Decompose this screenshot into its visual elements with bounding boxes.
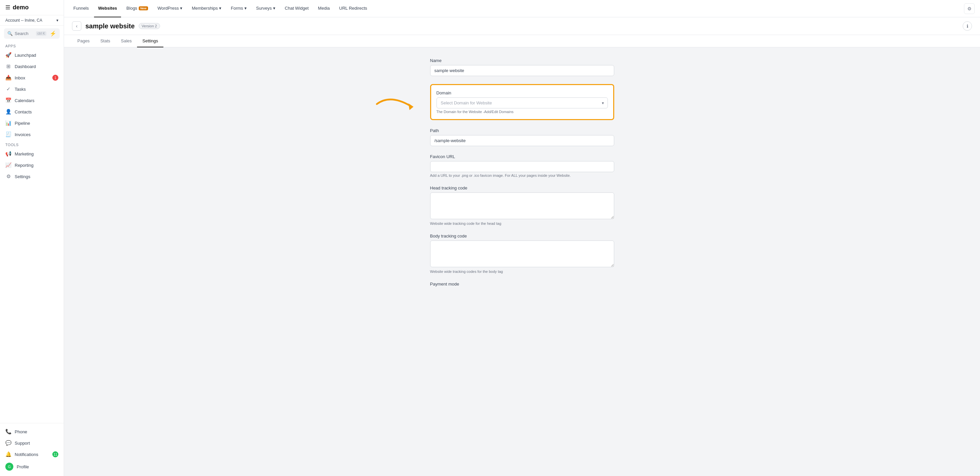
sidebar-item-marketing[interactable]: 📢 Marketing xyxy=(0,148,64,159)
sidebar-item-pipeline[interactable]: 📊 Pipeline xyxy=(0,118,64,129)
profile-icon: G xyxy=(5,463,13,471)
invoices-icon: 🧾 xyxy=(5,131,11,137)
sidebar-item-label: Notifications xyxy=(15,452,38,457)
page-title: sample website xyxy=(85,22,135,30)
back-button[interactable]: ‹ xyxy=(72,21,81,31)
pipeline-icon: 📊 xyxy=(5,120,11,126)
sidebar-item-label: Dashboard xyxy=(15,64,36,69)
head-tracking-group: Head tracking code Website wide tracking… xyxy=(430,185,614,226)
sidebar-logo: ☰ demo xyxy=(0,0,64,15)
tools-section-label: Tools xyxy=(0,140,64,148)
calendars-icon: 📅 xyxy=(5,97,11,103)
head-tracking-label: Head tracking code xyxy=(430,185,614,191)
sidebar: ☰ demo Account -- Irvine, CA ▾ 🔍 Search … xyxy=(0,0,64,476)
contacts-icon: 👤 xyxy=(5,109,11,115)
body-tracking-input[interactable] xyxy=(430,240,614,267)
chat-widget-label: Chat Widget xyxy=(285,6,309,11)
sidebar-item-support[interactable]: 💬 Support xyxy=(0,437,64,449)
sidebar-item-label: Calendars xyxy=(15,98,34,103)
sidebar-item-contacts[interactable]: 👤 Contacts xyxy=(0,106,64,118)
hamburger-icon[interactable]: ☰ xyxy=(5,4,10,11)
settings-gear-button[interactable]: ⚙ xyxy=(964,3,975,14)
payment-mode-label: Payment mode xyxy=(430,282,614,287)
main-content: Funnels Websites Blogs New WordPress ▾ M… xyxy=(64,0,980,476)
forms-chevron-icon: ▾ xyxy=(244,6,247,11)
account-selector[interactable]: Account -- Irvine, CA ▾ xyxy=(0,15,64,26)
favicon-input[interactable] xyxy=(430,161,614,172)
settings-content: Name Domain Select Domain for Website xyxy=(64,47,980,476)
media-label: Media xyxy=(318,6,330,11)
info-button[interactable]: ℹ xyxy=(963,21,972,31)
favicon-group: Favicon URL Add a URL to your .png or .i… xyxy=(430,154,614,177)
sidebar-item-label: Invoices xyxy=(15,132,31,137)
topnav-wordpress[interactable]: WordPress ▾ xyxy=(153,0,186,18)
sidebar-item-label: Profile xyxy=(17,464,29,469)
path-group: Path xyxy=(430,128,614,146)
name-label: Name xyxy=(430,58,614,63)
tab-stats[interactable]: Stats xyxy=(95,35,116,47)
domain-label: Domain xyxy=(436,91,608,96)
path-input[interactable] xyxy=(430,135,614,146)
path-label: Path xyxy=(430,128,614,133)
marketing-icon: 📢 xyxy=(5,151,11,157)
dashboard-icon: ⊞ xyxy=(5,64,11,69)
name-input[interactable] xyxy=(430,65,614,76)
sidebar-item-notifications[interactable]: 🔔 Notifications 11 xyxy=(0,449,64,460)
tab-settings[interactable]: Settings xyxy=(137,35,163,47)
lightning-icon: ⚡ xyxy=(50,30,56,37)
sidebar-item-inbox[interactable]: 📥 Inbox 1 xyxy=(0,72,64,83)
notifications-badge: 11 xyxy=(52,451,58,457)
sidebar-item-label: Reporting xyxy=(15,163,33,168)
search-label: Search xyxy=(15,31,29,36)
sidebar-item-tasks[interactable]: ✓ Tasks xyxy=(0,83,64,95)
topnav-funnels[interactable]: Funnels xyxy=(69,0,93,18)
page-header: ‹ sample website Version 2 ℹ xyxy=(64,18,980,35)
inbox-icon: 📥 xyxy=(5,75,11,81)
sidebar-item-label: Support xyxy=(15,441,30,446)
wordpress-chevron-icon: ▾ xyxy=(180,6,182,11)
memberships-chevron-icon: ▾ xyxy=(219,6,221,11)
funnels-label: Funnels xyxy=(73,6,89,11)
sidebar-item-dashboard[interactable]: ⊞ Dashboard xyxy=(0,61,64,72)
sidebar-item-label: Settings xyxy=(15,174,30,179)
sidebar-bottom: 📞 Phone 💬 Support 🔔 Notifications 11 G P… xyxy=(0,423,64,476)
notifications-icon: 🔔 xyxy=(5,451,11,457)
topnav-url-redirects[interactable]: URL Redirects xyxy=(335,0,371,18)
sidebar-item-reporting[interactable]: 📈 Reporting xyxy=(0,159,64,171)
domain-select[interactable]: Select Domain for Website xyxy=(436,97,608,108)
settings-form: Name Domain Select Domain for Website xyxy=(422,58,622,287)
topnav-chat-widget[interactable]: Chat Widget xyxy=(281,0,313,18)
topnav-forms[interactable]: Forms ▾ xyxy=(227,0,251,18)
info-icon: ℹ xyxy=(967,24,968,29)
sidebar-item-settings[interactable]: ⚙ Settings xyxy=(0,171,64,182)
topnav: Funnels Websites Blogs New WordPress ▾ M… xyxy=(64,0,980,18)
logo-text: demo xyxy=(13,4,29,11)
memberships-label: Memberships xyxy=(192,6,218,11)
topnav-media[interactable]: Media xyxy=(314,0,334,18)
arrow-annotation xyxy=(357,88,427,121)
surveys-label: Surveys xyxy=(256,6,272,11)
sidebar-item-profile[interactable]: G Profile xyxy=(0,460,64,473)
search-icon: 🔍 xyxy=(7,31,13,36)
blogs-new-badge: New xyxy=(139,6,148,10)
topnav-websites[interactable]: Websites xyxy=(94,0,121,18)
body-tracking-hint: Website wide tracking codes for the body… xyxy=(430,269,614,274)
sidebar-item-invoices[interactable]: 🧾 Invoices xyxy=(0,129,64,140)
topnav-surveys[interactable]: Surveys ▾ xyxy=(252,0,279,18)
gear-icon: ⚙ xyxy=(967,6,972,11)
sidebar-item-calendars[interactable]: 📅 Calendars xyxy=(0,95,64,106)
version-badge: Version 2 xyxy=(139,23,160,29)
sidebar-item-label: Inbox xyxy=(15,75,25,80)
search-bar[interactable]: 🔍 Search ctrl K ⚡ xyxy=(4,29,60,39)
blogs-label: Blogs xyxy=(126,6,137,11)
topnav-memberships[interactable]: Memberships ▾ xyxy=(188,0,226,18)
head-tracking-input[interactable] xyxy=(430,193,614,219)
topnav-blogs[interactable]: Blogs New xyxy=(123,0,152,18)
chevron-left-icon: ‹ xyxy=(76,23,78,29)
chevron-down-icon: ▾ xyxy=(56,18,58,23)
sidebar-item-launchpad[interactable]: 🚀 Launchpad xyxy=(0,49,64,61)
tab-pages[interactable]: Pages xyxy=(72,35,95,47)
tab-sales[interactable]: Sales xyxy=(116,35,137,47)
settings-icon: ⚙ xyxy=(5,174,11,180)
sidebar-item-phone[interactable]: 📞 Phone xyxy=(0,426,64,437)
